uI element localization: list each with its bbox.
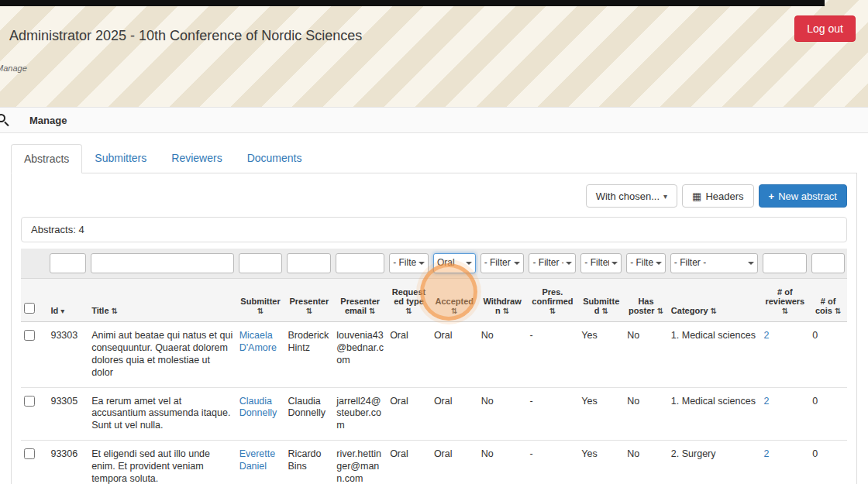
with-chosen-label: With chosen... bbox=[596, 191, 660, 202]
filter-presenter-input[interactable] bbox=[287, 253, 331, 273]
select-all-header bbox=[21, 279, 47, 322]
logout-button[interactable]: Log out bbox=[794, 15, 856, 42]
filter-has-poster-select[interactable]: - Filter - bbox=[626, 253, 666, 273]
column-header-title[interactable]: Title ⇅ bbox=[88, 279, 236, 322]
column-header-category[interactable]: Category ⇅ bbox=[668, 279, 761, 322]
sort-icon: ⇅ bbox=[451, 307, 457, 315]
row-checkbox[interactable] bbox=[24, 448, 35, 459]
row-checkbox[interactable] bbox=[24, 330, 35, 341]
sort-icon: ⇅ bbox=[782, 307, 788, 315]
cell-pres-confirmed: - bbox=[526, 387, 578, 441]
filter-num-reviewers-input[interactable] bbox=[763, 253, 807, 273]
column-header-accepted[interactable]: Accepted ⇅ bbox=[431, 279, 478, 322]
sort-icon: ⇅ bbox=[369, 307, 375, 315]
new-abstract-button[interactable]: + New abstract bbox=[759, 184, 847, 208]
column-header-num-cois[interactable]: # of cois ⇅ bbox=[809, 279, 847, 322]
filter-category-select[interactable]: - Filter - bbox=[670, 253, 759, 273]
tab-documents[interactable]: Documents bbox=[235, 144, 315, 173]
cell-submitted: Yes bbox=[578, 387, 624, 441]
sort-icon: ⇅ bbox=[503, 307, 509, 315]
column-header-requested-type[interactable]: Requested type ⇅ bbox=[387, 279, 431, 322]
submitter-link[interactable]: Everette Daniel bbox=[239, 448, 276, 472]
page-title: Administrator 2025 - 10th Conference of … bbox=[9, 28, 362, 44]
sort-desc-icon: ▾ bbox=[60, 307, 64, 315]
with-chosen-button[interactable]: With chosen... ▾ bbox=[586, 184, 677, 208]
sort-icon: ⇅ bbox=[306, 307, 312, 315]
cell-requested-type: Oral bbox=[387, 387, 431, 441]
sort-icon: ⇅ bbox=[405, 307, 412, 315]
cell-presenter: Ricardo Bins bbox=[284, 441, 333, 484]
chevron-down-icon bbox=[514, 262, 520, 265]
tab-reviewers[interactable]: Reviewers bbox=[159, 144, 234, 173]
column-header-submitter[interactable]: Submitter ⇅ bbox=[236, 279, 285, 322]
column-header-pres-confirmed[interactable]: Pres. confirmed ⇅ bbox=[526, 279, 578, 322]
sort-icon: ⇅ bbox=[835, 307, 841, 315]
sort-icon: ⇅ bbox=[257, 307, 264, 315]
cell-accepted: Oral bbox=[431, 441, 478, 484]
abstracts-panel: With chosen... ▾ ▦ Headers + New abstrac… bbox=[11, 173, 857, 484]
tab-abstracts[interactable]: Abstracts bbox=[11, 144, 82, 173]
select-all-checkbox[interactable] bbox=[24, 303, 35, 314]
filter-submitted-select[interactable]: - Filter - bbox=[580, 253, 622, 273]
submitter-link[interactable]: Claudia Donnelly bbox=[239, 396, 277, 419]
cell-presenter-email: louvenia43@bednar.com bbox=[333, 322, 387, 388]
filter-submitter-input[interactable] bbox=[239, 253, 283, 273]
cell-pres-confirmed: - bbox=[526, 322, 578, 388]
chevron-down-icon bbox=[748, 262, 754, 265]
cell-has-poster: No bbox=[624, 322, 668, 388]
column-header-submitted[interactable]: Submitted ⇅ bbox=[578, 279, 624, 322]
caret-down-icon: ▾ bbox=[663, 192, 667, 201]
sort-icon: ⇅ bbox=[711, 307, 717, 315]
column-header-presenter-email[interactable]: Presenter email ⇅ bbox=[333, 279, 387, 322]
cell-title: Animi aut beatae qui natus et qui conseq… bbox=[88, 322, 236, 388]
column-header-presenter[interactable]: Presenter ⇅ bbox=[284, 279, 333, 322]
headers-label: Headers bbox=[705, 191, 743, 202]
sort-icon: ⇅ bbox=[657, 307, 663, 315]
column-header-withdrawn[interactable]: Withdrawn ⇅ bbox=[478, 279, 527, 322]
search-icon[interactable] bbox=[0, 114, 9, 126]
filter-accepted-select[interactable]: Oral bbox=[433, 253, 476, 273]
table-row: 93305 Ea rerum amet vel at accusantium a… bbox=[21, 387, 847, 441]
cell-presenter: Claudia Donnelly bbox=[284, 387, 333, 441]
chevron-down-icon bbox=[466, 262, 472, 265]
num-reviewers-link[interactable]: 2 bbox=[763, 448, 769, 459]
cell-withdrawn: No bbox=[478, 441, 527, 484]
cell-category: 1. Medical sciences bbox=[668, 322, 761, 388]
filter-requested-type-select[interactable]: - Filter - bbox=[389, 253, 429, 273]
column-header-id[interactable]: Id ▾ bbox=[47, 279, 88, 322]
filter-id-input[interactable] bbox=[50, 253, 86, 273]
cell-has-poster: No bbox=[624, 387, 668, 441]
cell-pres-confirmed: - bbox=[526, 441, 578, 484]
new-abstract-label: New abstract bbox=[778, 191, 837, 202]
filter-presenter-email-input[interactable] bbox=[336, 253, 384, 273]
navbar-title: Manage bbox=[29, 115, 67, 126]
column-header-num-reviewers[interactable]: # of reviewers ⇅ bbox=[760, 279, 809, 322]
cell-category: 1. Medical sciences bbox=[668, 387, 761, 441]
cell-has-poster: No bbox=[624, 441, 668, 484]
num-reviewers-link[interactable]: 2 bbox=[763, 330, 769, 341]
chevron-down-icon bbox=[611, 262, 618, 265]
row-checkbox[interactable] bbox=[24, 396, 35, 407]
column-header-has-poster[interactable]: Has poster ⇅ bbox=[624, 279, 668, 322]
chevron-down-icon bbox=[656, 262, 662, 265]
sort-icon: ⇅ bbox=[549, 307, 556, 315]
cell-id: 93306 bbox=[47, 441, 88, 484]
filter-title-input[interactable] bbox=[91, 253, 234, 273]
tab-submitters[interactable]: Submitters bbox=[82, 144, 159, 173]
cell-id: 93305 bbox=[47, 387, 88, 441]
filter-withdrawn-select[interactable]: - Filter - bbox=[480, 253, 525, 273]
headers-button[interactable]: ▦ Headers bbox=[682, 184, 753, 208]
grid-icon: ▦ bbox=[692, 191, 701, 202]
filter-num-cois-input[interactable] bbox=[811, 253, 845, 273]
chevron-down-icon bbox=[418, 262, 425, 265]
cell-presenter-email: jarrell24@steuber.com bbox=[333, 387, 387, 441]
main-content: Abstracts Submitters Reviewers Documents… bbox=[0, 133, 868, 484]
num-reviewers-link[interactable]: 2 bbox=[763, 396, 769, 407]
filter-pres-confirmed-select[interactable]: - Filter - bbox=[529, 253, 576, 273]
cell-submitted: Yes bbox=[578, 322, 624, 388]
sort-icon: ⇅ bbox=[601, 307, 608, 315]
chevron-down-icon bbox=[566, 262, 572, 265]
cell-num-cois: 0 bbox=[809, 322, 847, 388]
cell-num-cois: 0 bbox=[809, 441, 847, 484]
submitter-link[interactable]: Micaela D'Amore bbox=[239, 330, 277, 353]
